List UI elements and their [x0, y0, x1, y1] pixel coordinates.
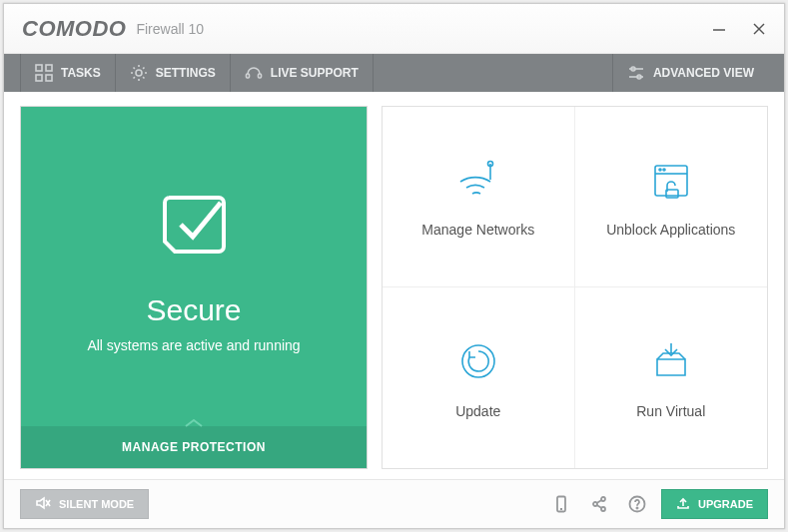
settings-label: SETTINGS [156, 66, 216, 80]
minimize-button[interactable] [712, 22, 726, 36]
live-support-button[interactable]: LIVE SUPPORT [231, 54, 374, 92]
svg-line-30 [597, 505, 602, 508]
advanced-view-label: ADVANCED VIEW [653, 66, 754, 80]
wifi-icon [454, 156, 502, 204]
status-subtitle: All systems are active and running [87, 337, 300, 353]
window-controls [712, 22, 766, 36]
tasks-button[interactable]: TASKS [20, 54, 116, 92]
sliders-icon [627, 64, 645, 82]
manage-protection-label: MANAGE PROTECTION [122, 440, 266, 454]
tile-label: Run Virtual [636, 403, 705, 419]
upload-icon [676, 496, 690, 512]
svg-rect-3 [36, 65, 42, 71]
help-button[interactable] [623, 490, 651, 518]
advanced-view-button[interactable]: ADVANCED VIEW [612, 54, 768, 92]
logo: COMODO [22, 16, 126, 42]
share-button[interactable] [585, 490, 613, 518]
close-button[interactable] [752, 22, 766, 36]
svg-point-7 [136, 70, 142, 76]
status-main: Secure All systems are active and runnin… [21, 107, 367, 426]
svg-rect-8 [246, 74, 249, 78]
svg-rect-4 [46, 65, 52, 71]
svg-rect-6 [46, 75, 52, 81]
status-card: Secure All systems are active and runnin… [20, 106, 368, 469]
svg-point-18 [659, 169, 661, 171]
status-title: Secure [146, 293, 241, 327]
live-support-label: LIVE SUPPORT [271, 66, 359, 80]
chevron-up-icon [182, 416, 206, 431]
tasks-label: TASKS [61, 66, 101, 80]
svg-rect-9 [258, 74, 261, 78]
svg-point-32 [636, 507, 637, 508]
product-name: Firewall 10 [136, 21, 204, 37]
silent-mode-button[interactable]: SILENT MODE [20, 489, 149, 519]
tile-manage-networks[interactable]: Manage Networks [383, 107, 575, 287]
tiles-grid: Manage Networks Unblock Applications Upd… [382, 106, 768, 469]
svg-point-21 [462, 345, 494, 377]
tile-run-virtual[interactable]: Run Virtual [575, 287, 768, 468]
tasks-icon [35, 64, 53, 82]
mobile-button[interactable] [547, 490, 575, 518]
secure-check-icon [149, 180, 239, 273]
app-window: COMODO Firewall 10 TASKS SETTINGS [3, 3, 785, 529]
content-area: Secure All systems are active and runnin… [4, 92, 784, 480]
svg-line-29 [597, 500, 602, 503]
sandbox-icon [647, 337, 695, 385]
tile-label: Unblock Applications [606, 222, 735, 238]
tile-label: Update [455, 403, 500, 419]
headset-icon [245, 64, 263, 82]
toolbar: TASKS SETTINGS LIVE SUPPORT ADVANCED VIE… [4, 54, 784, 92]
tile-label: Manage Networks [421, 222, 534, 238]
settings-button[interactable]: SETTINGS [116, 54, 231, 92]
silent-mode-label: SILENT MODE [59, 498, 134, 510]
mute-icon [35, 495, 51, 513]
tile-update[interactable]: Update [383, 287, 575, 468]
upgrade-label: UPGRADE [698, 498, 753, 510]
titlebar: COMODO Firewall 10 [4, 4, 784, 54]
unlock-icon [647, 156, 695, 204]
svg-rect-5 [36, 75, 42, 81]
svg-point-19 [663, 169, 665, 171]
tile-unblock-applications[interactable]: Unblock Applications [575, 107, 768, 287]
bottombar: SILENT MODE UPGRADE [4, 480, 784, 528]
gear-icon [130, 64, 148, 82]
upgrade-button[interactable]: UPGRADE [661, 489, 768, 519]
update-icon [454, 337, 502, 385]
manage-protection-button[interactable]: MANAGE PROTECTION [21, 426, 367, 468]
